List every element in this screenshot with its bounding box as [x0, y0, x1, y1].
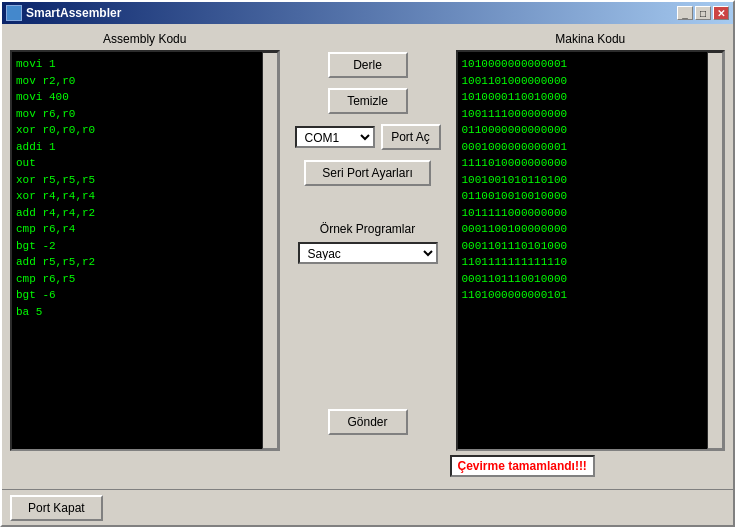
- assembly-line: add r5,r5,r2: [16, 254, 274, 271]
- assembly-line: movi 1: [16, 56, 274, 73]
- window-title: SmartAssembler: [26, 6, 121, 20]
- assembly-line: xor r0,r0,r0: [16, 122, 274, 139]
- machine-panel: Makina Kodu 1010000000000001100110100000…: [456, 32, 726, 451]
- gonder-button[interactable]: Gönder: [328, 409, 408, 435]
- machine-code-area[interactable]: 1010000000000001100110100000000010100001…: [456, 50, 726, 451]
- assembly-label: Assembly Kodu: [10, 32, 280, 46]
- assembly-line: add r4,r4,r2: [16, 205, 274, 222]
- assembly-line: mov r6,r0: [16, 106, 274, 123]
- machine-line: 1101111111111110: [462, 254, 720, 271]
- main-area: Assembly Kodu movi 1mov r2,r0movi 400mov…: [10, 32, 725, 451]
- title-bar-buttons: _ □ ✕: [677, 6, 729, 20]
- seri-port-ayarlari-button[interactable]: Seri Port Ayarları: [304, 160, 430, 186]
- machine-line: 1001101000000000: [462, 73, 720, 90]
- status-badge: Çevirme tamamlandı!!!: [450, 455, 595, 477]
- main-window: SmartAssembler _ □ ✕ Assembly Kodu movi …: [0, 0, 735, 527]
- maximize-button[interactable]: □: [695, 6, 711, 20]
- machine-line: 1101000000000101: [462, 287, 720, 304]
- assembly-line: xor r5,r5,r5: [16, 172, 274, 189]
- bottom-bar: Port Kapat: [2, 489, 733, 525]
- machine-line: 0001101110101000: [462, 238, 720, 255]
- machine-line: 0001000000000001: [462, 139, 720, 156]
- assembly-line: addi 1: [16, 139, 274, 156]
- assembly-line: movi 400: [16, 89, 274, 106]
- title-bar: SmartAssembler _ □ ✕: [2, 2, 733, 24]
- title-bar-left: SmartAssembler: [6, 5, 121, 21]
- machine-line: 0110000000000000: [462, 122, 720, 139]
- machine-scrollbar[interactable]: [707, 52, 723, 449]
- temizle-button[interactable]: Temizle: [328, 88, 408, 114]
- port-ac-button[interactable]: Port Aç: [381, 124, 441, 150]
- sample-programs-label: Örnek Programlar: [320, 222, 415, 236]
- close-button[interactable]: ✕: [713, 6, 729, 20]
- assembly-code-lines: movi 1mov r2,r0movi 400mov r6,r0xor r0,r…: [16, 56, 274, 320]
- assembly-line: out: [16, 155, 274, 172]
- assembly-line: cmp r6,r4: [16, 221, 274, 238]
- machine-line: 1001001010110100: [462, 172, 720, 189]
- status-row: Çevirme tamamlandı!!!: [10, 451, 725, 481]
- machine-line: 1011111000000000: [462, 205, 720, 222]
- machine-label: Makina Kodu: [456, 32, 726, 46]
- sample-programs-select[interactable]: Sayac Fibonacci Siralama: [298, 242, 438, 264]
- machine-line: 1010000000000001: [462, 56, 720, 73]
- port-select[interactable]: COM1 COM2 COM3 COM4: [295, 126, 375, 148]
- assembly-code-area[interactable]: movi 1mov r2,r0movi 400mov r6,r0xor r0,r…: [10, 50, 280, 451]
- assembly-line: ba 5: [16, 304, 274, 321]
- sample-section: Örnek Programlar Sayac Fibonacci Siralam…: [288, 212, 448, 264]
- machine-code-lines: 1010000000000001100110100000000010100001…: [462, 56, 720, 304]
- machine-line: 0001100100000000: [462, 221, 720, 238]
- machine-line: 0001101110010000: [462, 271, 720, 288]
- machine-line: 1001111000000000: [462, 106, 720, 123]
- machine-line: 0110010010010000: [462, 188, 720, 205]
- assembly-scrollbar[interactable]: [262, 52, 278, 449]
- machine-line: 1111010000000000: [462, 155, 720, 172]
- status-area: Çevirme tamamlandı!!!: [446, 455, 726, 477]
- assembly-panel: Assembly Kodu movi 1mov r2,r0movi 400mov…: [10, 32, 280, 451]
- derle-button[interactable]: Derle: [328, 52, 408, 78]
- port-kapat-button[interactable]: Port Kapat: [10, 495, 103, 521]
- middle-panel: Derle Temizle COM1 COM2 COM3 COM4 Port A…: [288, 32, 448, 451]
- app-icon: [6, 5, 22, 21]
- assembly-line: xor r4,r4,r4: [16, 188, 274, 205]
- assembly-line: mov r2,r0: [16, 73, 274, 90]
- content-area: Assembly Kodu movi 1mov r2,r0movi 400mov…: [2, 24, 733, 489]
- machine-line: 1010000110010000: [462, 89, 720, 106]
- minimize-button[interactable]: _: [677, 6, 693, 20]
- assembly-line: cmp r6,r5: [16, 271, 274, 288]
- assembly-line: bgt -2: [16, 238, 274, 255]
- port-row: COM1 COM2 COM3 COM4 Port Aç: [295, 124, 441, 150]
- assembly-line: bgt -6: [16, 287, 274, 304]
